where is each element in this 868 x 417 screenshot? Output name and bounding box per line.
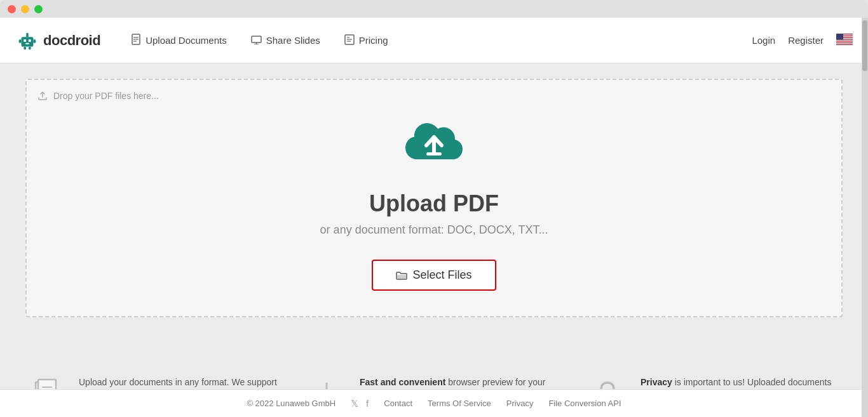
upload-subtitle: or any document format: DOC, DOCX, TXT..… <box>320 223 548 237</box>
svg-rect-2 <box>29 39 31 42</box>
scrollbar-thumb[interactable] <box>862 20 867 71</box>
document-icon <box>131 34 141 47</box>
folder-open-icon <box>396 270 407 281</box>
nav-links: Upload Documents Share Slides Pricing <box>121 29 752 52</box>
upload-small-icon <box>37 90 48 102</box>
copyright-text: © 2022 Lunaweb GmbH <box>247 399 336 408</box>
svg-rect-26 <box>836 41 853 42</box>
register-link[interactable]: Register <box>788 35 824 46</box>
navbar: docdroid Upload Documents Share Slides P… <box>0 18 868 63</box>
privacy-link[interactable]: Privacy <box>506 399 534 408</box>
svg-rect-25 <box>836 39 853 40</box>
logo-text: docdroid <box>43 32 100 49</box>
nav-slides-label: Share Slides <box>266 35 320 46</box>
social-links: 𝕏 f <box>351 398 369 409</box>
select-files-label: Select Files <box>412 268 471 282</box>
facebook-icon[interactable]: f <box>366 398 369 409</box>
svg-rect-6 <box>19 39 22 43</box>
svg-rect-7 <box>34 39 36 43</box>
svg-rect-29 <box>426 152 442 156</box>
svg-rect-0 <box>22 37 34 46</box>
upload-dropzone[interactable]: Drop your PDF files here... Upload PDF o… <box>25 79 843 317</box>
nav-upload-documents[interactable]: Upload Documents <box>121 29 237 52</box>
minimize-button[interactable] <box>21 5 29 13</box>
twitter-icon[interactable]: 𝕏 <box>351 398 358 409</box>
upload-title: Upload PDF <box>369 190 499 217</box>
svg-rect-14 <box>252 36 261 43</box>
file-conversion-link[interactable]: File Conversion API <box>548 399 621 408</box>
nav-share-slides[interactable]: Share Slides <box>241 29 330 51</box>
svg-rect-9 <box>29 46 31 50</box>
login-link[interactable]: Login <box>752 35 775 46</box>
svg-point-5 <box>26 32 29 35</box>
pricing-icon <box>344 34 355 47</box>
slides-icon <box>251 34 262 46</box>
svg-rect-8 <box>24 46 26 50</box>
window-chrome <box>0 0 868 18</box>
contact-link[interactable]: Contact <box>384 399 412 408</box>
svg-rect-3 <box>25 43 29 44</box>
drop-hint-text: Drop your PDF files here... <box>53 91 159 101</box>
maximize-button[interactable] <box>34 5 43 13</box>
main-content: Drop your PDF files here... Upload PDF o… <box>0 63 868 355</box>
scrollbar[interactable] <box>862 18 868 417</box>
logo-icon <box>15 29 39 53</box>
close-button[interactable] <box>8 5 16 13</box>
nav-pricing[interactable]: Pricing <box>334 29 398 52</box>
terms-link[interactable]: Terms Of Service <box>428 399 491 408</box>
nav-upload-label: Upload Documents <box>146 35 227 46</box>
language-flag[interactable] <box>836 34 853 48</box>
upload-cloud-icon <box>399 118 469 178</box>
svg-rect-1 <box>24 39 26 42</box>
select-files-button[interactable]: Select Files <box>372 260 496 291</box>
logo-link[interactable]: docdroid <box>15 29 100 53</box>
footer: © 2022 Lunaweb GmbH 𝕏 f Contact Terms Of… <box>0 389 868 417</box>
svg-rect-28 <box>836 34 843 40</box>
navbar-right: Login Register <box>752 34 853 48</box>
svg-rect-27 <box>836 43 853 44</box>
nav-pricing-label: Pricing <box>359 35 388 46</box>
drop-hint: Drop your PDF files here... <box>37 90 159 102</box>
